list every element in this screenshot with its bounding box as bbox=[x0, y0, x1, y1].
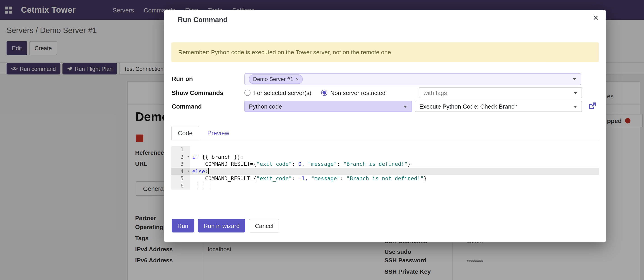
run-on-row: Run on Demo Server #1 × bbox=[172, 73, 581, 84]
tags-filter-select[interactable]: with tags bbox=[419, 87, 582, 98]
tag-remove-icon[interactable]: × bbox=[296, 76, 299, 82]
tab-code[interactable]: Code bbox=[171, 126, 199, 141]
run-button[interactable]: Run bbox=[172, 219, 194, 232]
run-on-select[interactable]: Demo Server #1 × bbox=[244, 73, 581, 85]
code-line-1 bbox=[190, 146, 599, 153]
command-type-value: Python code bbox=[249, 103, 282, 110]
show-commands-row: Show Commands For selected server(s) Non… bbox=[172, 87, 581, 98]
indent-guide bbox=[204, 182, 204, 190]
chevron-down-icon bbox=[574, 92, 577, 94]
chevron-down-icon bbox=[574, 106, 577, 108]
gutter-line-2: 2▾ bbox=[171, 153, 190, 161]
chevron-down-icon bbox=[573, 78, 576, 80]
code-line-2: if {{ branch }}: bbox=[190, 153, 599, 161]
radio-for-selected-servers[interactable]: For selected server(s) bbox=[244, 90, 312, 96]
indent-guide bbox=[198, 182, 198, 190]
radio-for-selected-servers-label: For selected server(s) bbox=[253, 90, 311, 96]
radio-non-server-restricted-label: Non server restricted bbox=[330, 90, 386, 96]
run-command-dialog: Run Command × Remember: Python code is e… bbox=[164, 10, 606, 242]
radio-on-icon bbox=[321, 90, 327, 96]
show-commands-options: For selected server(s) Non server restri… bbox=[244, 87, 386, 98]
gutter-line-4: 4▾ bbox=[171, 168, 190, 175]
code-line-5: COMMAND_RESULT={"exit_code": -1, "messag… bbox=[190, 175, 599, 182]
code-line-4: else: bbox=[190, 168, 599, 175]
indent-guide bbox=[210, 182, 210, 190]
dialog-footer: Run Run in wizard Cancel bbox=[172, 219, 279, 232]
cancel-button[interactable]: Cancel bbox=[249, 219, 279, 232]
code-line-6 bbox=[190, 182, 599, 190]
open-record-icon[interactable] bbox=[588, 102, 596, 110]
command-row: Command Python code Execute Python Code:… bbox=[172, 101, 581, 112]
command-select[interactable]: Execute Python Code: Check Branch bbox=[415, 101, 582, 112]
show-commands-label: Show Commands bbox=[172, 87, 244, 98]
python-warning-alert: Remember: Python code is executed on the… bbox=[171, 42, 598, 62]
editor-lines: if {{ branch }}: COMMAND_RESULT={"exit_c… bbox=[190, 146, 599, 190]
code-editor[interactable]: 12▾34▾56 if {{ branch }}: COMMAND_RESULT… bbox=[171, 146, 598, 190]
command-select-value: Execute Python Code: Check Branch bbox=[419, 103, 518, 110]
gutter-line-1: 1 bbox=[171, 146, 190, 153]
command-type-select[interactable]: Python code bbox=[244, 101, 412, 112]
radio-off-icon bbox=[244, 90, 250, 96]
run-in-wizard-button[interactable]: Run in wizard bbox=[198, 219, 246, 232]
gutter-line-3: 3 bbox=[171, 161, 190, 168]
chevron-down-icon bbox=[404, 106, 407, 108]
fold-marker-icon[interactable]: ▾ bbox=[187, 168, 190, 175]
tab-preview[interactable]: Preview bbox=[199, 126, 238, 140]
gutter-line-5: 5 bbox=[171, 175, 190, 182]
close-icon[interactable]: × bbox=[593, 13, 598, 23]
text-cursor bbox=[208, 168, 209, 174]
run-on-label: Run on bbox=[172, 73, 244, 84]
editor-gutter: 12▾34▾56 bbox=[171, 146, 190, 190]
screen: Cetmix Tower Servers Commands Files Tool… bbox=[0, 0, 644, 280]
radio-non-server-restricted[interactable]: Non server restricted bbox=[321, 90, 386, 96]
fold-marker-icon[interactable]: ▾ bbox=[187, 153, 190, 161]
editor-tabs: Code Preview bbox=[171, 126, 598, 140]
command-label: Command bbox=[172, 101, 244, 112]
server-tag: Demo Server #1 × bbox=[249, 74, 303, 84]
tags-filter-placeholder: with tags bbox=[424, 90, 447, 96]
gutter-line-6: 6 bbox=[171, 182, 190, 190]
code-line-3: COMMAND_RESULT={"exit_code": 0, "message… bbox=[190, 161, 599, 168]
dialog-title: Run Command bbox=[178, 16, 228, 24]
server-tag-label: Demo Server #1 bbox=[253, 76, 293, 82]
